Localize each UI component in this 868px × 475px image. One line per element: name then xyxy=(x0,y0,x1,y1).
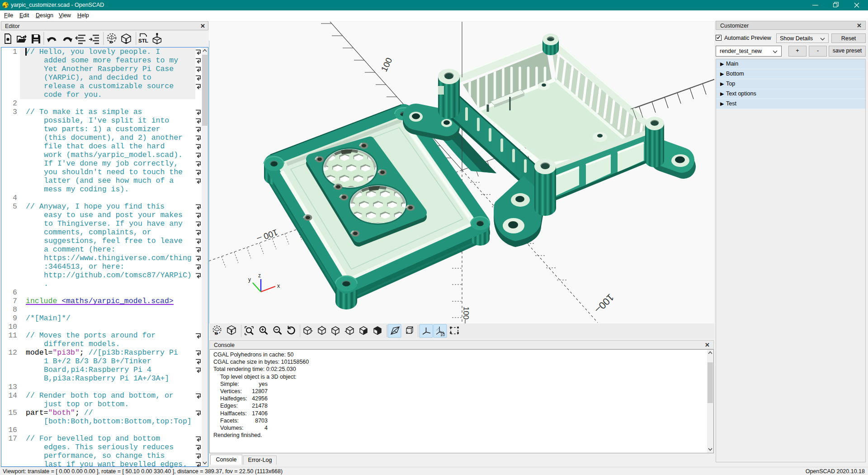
svg-text:x: x xyxy=(277,283,280,289)
svg-text:100–: 100– xyxy=(461,306,470,323)
svg-text:y: y xyxy=(248,276,251,283)
svg-text:10: 10 xyxy=(440,332,445,337)
svg-text:»: » xyxy=(215,329,218,337)
svg-text:z: z xyxy=(258,272,261,279)
